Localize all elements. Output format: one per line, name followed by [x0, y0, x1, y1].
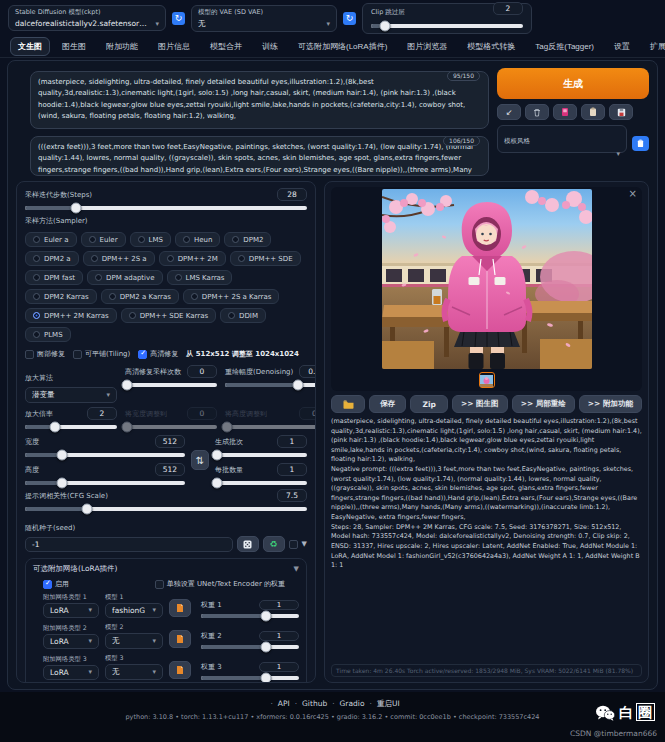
negative-prompt-input[interactable]: 106/150 (((extra feet))),3 feet,more tha… — [30, 136, 489, 176]
save-style-button[interactable] — [609, 104, 633, 120]
footer-link[interactable]: 重启UI — [365, 699, 400, 708]
denoising-input[interactable]: 0.7 — [299, 365, 316, 378]
sampler-radio[interactable]: LMS — [130, 232, 171, 247]
lora-model-select[interactable]: 无▾ — [105, 633, 163, 649]
generated-image[interactable] — [382, 189, 592, 369]
prompt-input[interactable]: 95/150 (masterpiece, sidelighting, ultra… — [30, 71, 489, 129]
sampler-radio[interactable]: DPM++ 2S a — [83, 251, 155, 266]
output-action-button[interactable]: 保存 — [369, 395, 406, 413]
gallery-thumbnail[interactable] — [479, 372, 495, 388]
tab[interactable]: 设置 — [606, 37, 638, 56]
lora-model-info-button[interactable] — [169, 599, 191, 617]
sampler-radio[interactable]: DPM fast — [25, 270, 83, 285]
sampler-radio[interactable]: DPM++ 2S a Karras — [183, 289, 280, 304]
paste-params-button[interactable]: ↙ — [497, 104, 521, 120]
output-action-button[interactable]: >> 图生图 — [452, 395, 508, 413]
tab[interactable]: 附加功能 — [98, 37, 146, 56]
upscale-by-slider[interactable] — [25, 425, 117, 429]
batch-count-slider[interactable] — [215, 453, 307, 457]
random-seed-button[interactable] — [237, 536, 259, 552]
cfg-input[interactable]: 7.5 — [277, 489, 307, 502]
sampler-radio[interactable]: DPM2 Karras — [25, 289, 97, 304]
sampler-radio[interactable]: DPM++ SDE — [230, 251, 301, 266]
style-template-select[interactable]: 模板风格 ▾ — [497, 125, 627, 153]
footer-link[interactable]: Gradio — [327, 699, 364, 708]
refresh-vae-button[interactable]: ↻ — [343, 12, 356, 25]
extra-seed-checkbox[interactable] — [289, 540, 298, 549]
tab[interactable]: 图片信息 — [150, 37, 198, 56]
tab[interactable]: 扩展 — [642, 37, 665, 56]
hires-steps-input[interactable]: 0 — [187, 365, 217, 378]
batch-size-slider[interactable] — [215, 481, 307, 485]
height-slider[interactable] — [25, 481, 185, 485]
hires-steps-slider[interactable] — [125, 383, 217, 387]
lora-weight-slider[interactable] — [201, 676, 299, 680]
hires-fix-checkbox[interactable]: 高清修复 — [138, 349, 178, 359]
sampler-radio[interactable]: Euler — [81, 232, 126, 247]
seed-input[interactable]: -1 — [25, 537, 233, 552]
batch-size-input[interactable]: 1 — [277, 463, 307, 476]
width-slider[interactable] — [25, 453, 185, 457]
batch-count-input[interactable]: 1 — [277, 435, 307, 448]
extra-networks-button[interactable] — [553, 104, 577, 120]
lora-type-select[interactable]: LoRA▾ — [43, 603, 99, 618]
clip-skip-input[interactable]: 2 — [493, 2, 523, 15]
tab[interactable]: 训练 — [254, 37, 286, 56]
lora-weight-input[interactable]: 1 — [259, 600, 299, 610]
lora-weight-input[interactable]: 1 — [259, 631, 299, 641]
footer-link[interactable]: Github — [290, 699, 328, 708]
tab[interactable]: Tag反推(Tagger) — [527, 37, 602, 56]
sampler-radio[interactable]: LMS Karras — [167, 270, 233, 285]
refresh-checkpoint-button[interactable]: ↻ — [172, 12, 185, 25]
sampler-radio[interactable]: DPM++ SDE Karras — [121, 308, 216, 323]
close-icon[interactable]: × — [629, 188, 637, 199]
lora-weight-input[interactable]: 1 — [259, 662, 299, 672]
lora-model-info-button[interactable] — [169, 661, 191, 679]
lora-weight-slider[interactable] — [201, 614, 299, 618]
lora-model-info-button[interactable] — [169, 630, 191, 648]
open-folder-button[interactable] — [331, 395, 365, 413]
addnet-separate-weights-checkbox[interactable]: 单独设置 UNet/Text Encoder 的权重 — [155, 579, 285, 589]
restore-faces-checkbox[interactable]: 面部修复 — [25, 349, 65, 359]
vae-select[interactable]: 模型的 VAE (SD VAE) 无▾ — [191, 5, 337, 32]
addnet-header[interactable]: 可选附加网络(LoRA插件) ▼ — [33, 564, 299, 574]
apply-style-to-prompt-button[interactable] — [581, 104, 605, 120]
sampler-radio[interactable]: DPM2 a Karras — [101, 289, 179, 304]
width-input[interactable]: 512 — [155, 435, 185, 448]
addnet-enable-checkbox[interactable]: 启用 — [43, 579, 69, 589]
output-action-button[interactable]: >> 局部重绘 — [512, 395, 575, 413]
lora-type-select[interactable]: LoRA▾ — [43, 634, 99, 649]
tab[interactable]: 可选附加网络(LoRA插件) — [290, 37, 395, 56]
steps-input[interactable]: 28 — [277, 188, 307, 201]
footer-link[interactable]: API — [265, 699, 289, 708]
seed-extras-caret-icon[interactable]: ▼ — [302, 540, 307, 548]
height-input[interactable]: 512 — [155, 463, 185, 476]
clear-prompt-button[interactable] — [525, 104, 549, 120]
clip-skip-slider[interactable] — [371, 24, 523, 28]
lora-model-select[interactable]: fashionG▾ — [105, 603, 163, 618]
generate-button[interactable]: 生成 — [497, 68, 649, 99]
tiling-checkbox[interactable]: 可平铺(Tiling) — [73, 349, 130, 359]
lora-model-select[interactable]: 无▾ — [105, 664, 163, 680]
apply-style-button[interactable] — [632, 136, 649, 151]
denoising-slider[interactable] — [225, 383, 316, 387]
upscaler-select[interactable]: 潜变量▾ — [25, 387, 117, 403]
steps-slider[interactable] — [25, 206, 307, 210]
sampler-radio[interactable]: DPM2 a — [25, 251, 79, 266]
cfg-slider[interactable] — [25, 507, 307, 511]
sampler-radio[interactable]: DPM++ 2M Karras — [25, 308, 117, 323]
lora-weight-slider[interactable] — [201, 645, 299, 649]
checkpoint-select[interactable]: Stable Diffusion 模型(ckpt) dalceforealist… — [8, 5, 166, 31]
sampler-radio[interactable]: Euler a — [25, 232, 77, 247]
sampler-radio[interactable]: PLMS — [25, 327, 71, 342]
tab[interactable]: 图片浏览器 — [399, 37, 455, 56]
tab[interactable]: 图生图 — [54, 37, 94, 56]
sampler-radio[interactable]: DDIM — [220, 308, 266, 323]
output-action-button[interactable]: Zip — [410, 395, 447, 413]
tab[interactable]: 文生图 — [10, 37, 50, 56]
tab[interactable]: 模型合并 — [202, 37, 250, 56]
sampler-radio[interactable]: DPM2 — [224, 232, 271, 247]
sampler-radio[interactable]: Heun — [175, 232, 220, 247]
tab[interactable]: 模型格式转换 — [459, 37, 523, 56]
sampler-radio[interactable]: DPM++ 2M — [159, 251, 226, 266]
